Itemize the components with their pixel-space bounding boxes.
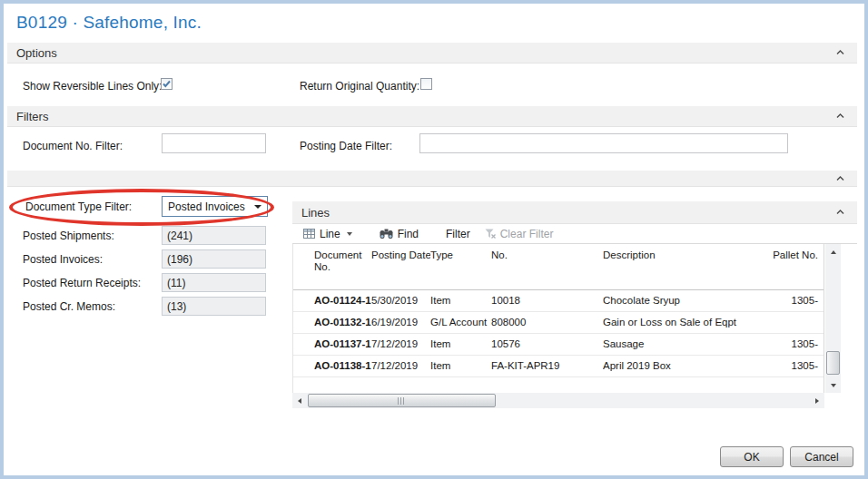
cell-type: Item bbox=[430, 356, 491, 376]
cell-pallet-no: 1305-05010 bbox=[764, 334, 824, 355]
horizontal-scrollbar[interactable] bbox=[292, 393, 824, 408]
binoculars-icon bbox=[380, 229, 393, 240]
posted-shipments-label: Posted Shipments: bbox=[23, 230, 114, 242]
chevron-up-icon[interactable] bbox=[836, 210, 844, 215]
funnel-x-icon bbox=[485, 229, 496, 239]
document-type-filter-label: Document Type Filter: bbox=[25, 200, 132, 213]
cell-type: Item bbox=[430, 290, 491, 311]
return-original-checkbox[interactable] bbox=[420, 78, 432, 90]
col-header-type[interactable]: Type bbox=[430, 244, 491, 289]
posting-date-filter-input[interactable] bbox=[419, 133, 788, 153]
lines-table: Document No. Posting Date Type No. Descr… bbox=[292, 244, 824, 393]
line-menu-button[interactable]: Line bbox=[300, 228, 356, 240]
document-type-filter-select[interactable]: Posted Invoices bbox=[162, 196, 268, 217]
posting-date-filter-label: Posting Date Filter: bbox=[300, 140, 392, 152]
cell-document-no: AO-01138-1 bbox=[314, 356, 371, 376]
scroll-down-button[interactable] bbox=[825, 377, 841, 393]
cell-document-no: AO-01132-1 bbox=[314, 312, 371, 333]
chevron-up-icon[interactable] bbox=[836, 113, 844, 119]
cell-no: 10576 bbox=[491, 334, 603, 355]
show-reversible-checkbox[interactable] bbox=[161, 78, 173, 90]
cell-posting-date: 5/30/2019 bbox=[371, 290, 430, 311]
cell-pallet-no bbox=[764, 312, 824, 333]
section-filters-label: Filters bbox=[16, 110, 48, 123]
cell-pallet-no: 1305-04396 bbox=[764, 290, 824, 311]
vertical-scrollbar[interactable] bbox=[825, 244, 841, 393]
document-type-filter-value: Posted Invoices bbox=[168, 200, 245, 213]
section-header-lines[interactable]: Lines bbox=[292, 201, 857, 224]
section-options-label: Options bbox=[16, 46, 57, 60]
vertical-scrollbar-thumb[interactable] bbox=[826, 351, 840, 375]
col-header-pallet-no[interactable]: Pallet No. bbox=[764, 244, 824, 289]
posted-cr-memos-count: (13) bbox=[162, 297, 266, 316]
cell-description: Chocolate Sryup bbox=[603, 290, 764, 311]
scroll-left-button[interactable] bbox=[292, 393, 307, 408]
triangle-down-icon bbox=[831, 384, 836, 387]
cell-no: 10018 bbox=[491, 290, 603, 311]
posted-return-receipts-count: (11) bbox=[162, 273, 266, 292]
cell-document-no: AO-01137-1 bbox=[314, 334, 371, 355]
triangle-left-icon bbox=[298, 398, 301, 404]
cell-no: 808000 bbox=[491, 312, 603, 333]
ok-button[interactable]: OK bbox=[720, 446, 784, 467]
posted-cr-memos-label: Posted Cr. Memos: bbox=[23, 300, 115, 313]
section-header-filters[interactable]: Filters bbox=[7, 106, 857, 127]
cell-document-no: AO-01124-1 bbox=[314, 290, 371, 311]
col-header-posting-date[interactable]: Posting Date bbox=[371, 244, 430, 289]
posted-invoices-label: Posted Invoices: bbox=[23, 253, 103, 266]
chevron-up-icon[interactable] bbox=[836, 176, 844, 181]
cell-posting-date: 7/12/2019 bbox=[371, 334, 430, 355]
document-no-filter-label: Document No. Filter: bbox=[23, 140, 123, 152]
table-row[interactable]: AO-01137-1 7/12/2019 Item 10576 Sausage … bbox=[293, 334, 824, 356]
line-menu-label: Line bbox=[320, 228, 340, 240]
scroll-up-button[interactable] bbox=[825, 244, 841, 259]
check-icon bbox=[162, 79, 172, 89]
filter-button[interactable]: Filter bbox=[442, 228, 474, 240]
col-header-no[interactable]: No. bbox=[491, 244, 603, 289]
col-header-description[interactable]: Description bbox=[603, 244, 764, 289]
triangle-up-icon bbox=[831, 250, 836, 254]
lines-toolbar: Line Find Filter Clear Filter bbox=[292, 224, 857, 244]
table-row[interactable]: AO-01132-1 6/19/2019 G/L Account 808000 … bbox=[293, 312, 824, 334]
section-header-lines-options[interactable] bbox=[7, 171, 857, 187]
cancel-button[interactable]: Cancel bbox=[790, 446, 853, 467]
scroll-right-button[interactable] bbox=[810, 393, 824, 408]
clear-filter-button: Clear Filter bbox=[481, 228, 557, 240]
triangle-right-icon bbox=[815, 398, 819, 404]
grip-icon bbox=[398, 397, 406, 405]
horizontal-scrollbar-thumb[interactable] bbox=[308, 394, 496, 407]
section-header-options[interactable]: Options bbox=[7, 43, 857, 64]
show-reversible-label: Show Reversible Lines Only: bbox=[23, 80, 162, 93]
cell-pallet-no: 1305-05016 bbox=[764, 356, 824, 376]
table-row[interactable]: AO-01124-1 5/30/2019 Item 10018 Chocolat… bbox=[293, 290, 824, 312]
find-button[interactable]: Find bbox=[376, 228, 422, 240]
posted-return-receipts-label: Posted Return Receipts: bbox=[23, 277, 141, 289]
caret-down-icon bbox=[254, 205, 261, 209]
grid-icon bbox=[303, 229, 315, 239]
col-header-document-no[interactable]: Document No. bbox=[314, 244, 371, 289]
find-label: Find bbox=[398, 228, 419, 240]
cell-no: FA-KIT-APR19 bbox=[491, 356, 603, 376]
table-header-row: Document No. Posting Date Type No. Descr… bbox=[293, 244, 824, 290]
caret-down-icon bbox=[347, 232, 352, 236]
cell-type: Item bbox=[430, 334, 491, 355]
cell-posting-date: 7/12/2019 bbox=[371, 356, 430, 376]
filter-label: Filter bbox=[446, 228, 470, 240]
cell-description: April 2019 Box bbox=[603, 356, 764, 376]
posted-shipments-count: (241) bbox=[162, 226, 266, 245]
document-no-filter-input[interactable] bbox=[162, 133, 266, 153]
return-original-label: Return Original Quantity: bbox=[300, 80, 419, 93]
cell-description: Gain or Loss on Sale of Eqpt bbox=[603, 312, 764, 333]
page-title: B0129 · Safehome, Inc. bbox=[16, 13, 202, 33]
dialog-window: B0129 · Safehome, Inc. Options Show Reve… bbox=[0, 0, 868, 479]
chevron-up-icon[interactable] bbox=[836, 50, 844, 55]
cell-type: G/L Account bbox=[430, 312, 491, 333]
clear-filter-label: Clear Filter bbox=[500, 228, 554, 240]
posted-invoices-count: (196) bbox=[162, 249, 266, 269]
table-row[interactable]: AO-01138-1 7/12/2019 Item FA-KIT-APR19 A… bbox=[293, 356, 824, 377]
section-lines-label: Lines bbox=[301, 206, 330, 220]
cell-description: Sausage bbox=[603, 334, 764, 355]
cell-posting-date: 6/19/2019 bbox=[371, 312, 430, 333]
